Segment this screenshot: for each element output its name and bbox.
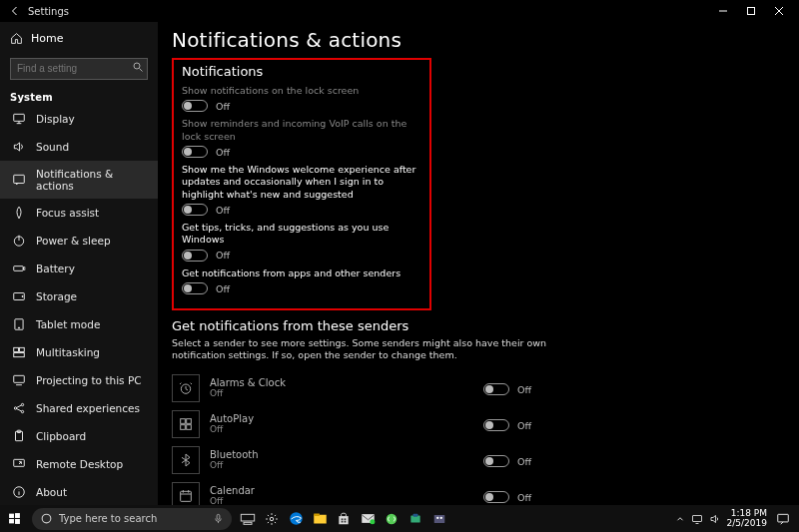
toggle[interactable] xyxy=(182,282,208,294)
setting-label: Show me the Windows welcome experience a… xyxy=(182,164,421,201)
sidebar-item-notifications[interactable]: Notifications & actions xyxy=(0,161,158,199)
tray-clock[interactable]: 1:18 PM 2/5/2019 xyxy=(727,509,767,529)
nav-label: Battery xyxy=(36,263,75,274)
senders-help: Select a sender to see more settings. So… xyxy=(172,337,551,362)
nav-label: Remote Desktop xyxy=(36,458,123,470)
sidebar-item-multitask[interactable]: Multitasking xyxy=(0,338,158,366)
svg-rect-43 xyxy=(342,518,344,520)
toggle[interactable] xyxy=(182,100,208,112)
storage-icon xyxy=(12,289,26,303)
search-input[interactable] xyxy=(10,58,148,80)
app-icon-1[interactable] xyxy=(380,505,403,532)
tray-chevron-icon[interactable] xyxy=(675,514,685,524)
remote-icon xyxy=(12,457,26,471)
search-icon xyxy=(132,61,144,73)
sidebar-item-sound[interactable]: Sound xyxy=(0,133,158,161)
action-center-icon[interactable] xyxy=(773,509,793,529)
nav-label: Display xyxy=(36,113,75,125)
svg-point-53 xyxy=(436,516,438,518)
setting-label: Get notifications from apps and other se… xyxy=(182,267,421,279)
search-placeholder: Type here to search xyxy=(59,513,157,524)
svg-point-9 xyxy=(22,295,23,296)
setting-welcome: Show me the Windows welcome experience a… xyxy=(182,164,421,216)
toggle[interactable] xyxy=(182,204,208,216)
app-icon-2[interactable] xyxy=(403,505,427,532)
edge-icon[interactable] xyxy=(284,505,308,532)
sidebar-item-focus-assist[interactable]: Focus assist xyxy=(0,199,158,227)
nav-label: Clipboard xyxy=(36,430,86,442)
toggle[interactable] xyxy=(182,146,208,158)
explorer-icon[interactable] xyxy=(308,505,332,532)
senders-section: Get notifications from these senders Sel… xyxy=(172,318,551,505)
senders-heading: Get notifications from these senders xyxy=(172,318,551,333)
taskbar-search[interactable]: Type here to search xyxy=(32,508,232,530)
start-button[interactable] xyxy=(0,505,28,532)
notifications-icon xyxy=(12,173,26,187)
app-icon-3[interactable] xyxy=(427,505,451,532)
svg-rect-6 xyxy=(14,266,23,270)
store-icon[interactable] xyxy=(332,505,356,532)
home-button[interactable]: Home xyxy=(0,26,158,51)
nav-label: Multitasking xyxy=(36,346,100,358)
minimize-button[interactable] xyxy=(709,1,737,21)
toggle[interactable] xyxy=(182,250,208,262)
nav-label: Storage xyxy=(36,290,77,302)
display-icon xyxy=(12,112,26,126)
sender-status: Off xyxy=(210,460,259,470)
mail-icon[interactable] xyxy=(356,505,380,532)
sender-calendar[interactable]: CalendarOff Off xyxy=(172,478,551,505)
sidebar-item-storage[interactable]: Storage xyxy=(0,282,158,310)
setting-tips: Get tips, tricks, and suggestions as you… xyxy=(182,222,421,262)
svg-rect-56 xyxy=(778,514,789,522)
nav-label: Tablet mode xyxy=(36,318,100,330)
tray-date: 2/5/2019 xyxy=(727,519,767,529)
svg-rect-44 xyxy=(345,518,347,520)
svg-point-48 xyxy=(370,519,375,524)
sidebar-item-shared[interactable]: Shared experiences xyxy=(0,394,158,422)
calendar-icon xyxy=(172,482,200,505)
close-button[interactable] xyxy=(765,1,793,21)
sender-alarms[interactable]: Alarms & ClockOff Off xyxy=(172,370,551,406)
sidebar-item-projecting[interactable]: Projecting to this PC xyxy=(0,366,158,394)
nav-label: Notifications & actions xyxy=(36,168,148,192)
tray-volume-icon[interactable] xyxy=(709,513,721,525)
sidebar-item-clipboard[interactable]: Clipboard xyxy=(0,422,158,450)
svg-rect-13 xyxy=(20,347,25,351)
svg-rect-28 xyxy=(181,491,192,501)
toggle[interactable] xyxy=(483,455,509,467)
svg-rect-26 xyxy=(181,424,186,429)
sidebar-item-display[interactable]: Display xyxy=(0,105,158,133)
svg-point-16 xyxy=(14,406,16,408)
sender-bluetooth[interactable]: BluetoothOff Off xyxy=(172,442,551,478)
sidebar-item-battery[interactable]: Battery xyxy=(0,255,158,282)
svg-rect-27 xyxy=(187,424,192,429)
svg-rect-15 xyxy=(14,375,25,382)
settings-task-icon[interactable] xyxy=(260,505,284,532)
toggle[interactable] xyxy=(483,491,509,503)
toggle-state: Off xyxy=(517,492,531,503)
back-button[interactable] xyxy=(6,2,24,20)
nav-label: Shared experiences xyxy=(36,402,140,414)
sidebar-item-power[interactable]: Power & sleep xyxy=(0,227,158,255)
mic-icon[interactable] xyxy=(213,513,224,524)
svg-point-54 xyxy=(440,516,442,518)
sidebar-item-tablet[interactable]: Tablet mode xyxy=(0,310,158,338)
autoplay-icon xyxy=(172,410,200,438)
svg-rect-4 xyxy=(14,175,25,183)
toggle[interactable] xyxy=(483,419,509,431)
sidebar-item-about[interactable]: About xyxy=(0,478,158,506)
svg-rect-35 xyxy=(217,514,220,519)
toggle-state: Off xyxy=(216,283,230,294)
svg-rect-12 xyxy=(14,347,19,351)
toggle[interactable] xyxy=(483,383,509,395)
svg-rect-1 xyxy=(748,8,755,15)
home-icon xyxy=(10,32,23,45)
svg-point-34 xyxy=(42,514,51,523)
bluetooth-icon xyxy=(172,446,200,474)
maximize-button[interactable] xyxy=(737,1,765,21)
taskview-icon[interactable] xyxy=(236,505,260,532)
tray-network-icon[interactable] xyxy=(691,513,703,525)
sender-autoplay[interactable]: AutoPlayOff Off xyxy=(172,406,551,442)
sidebar-item-remote[interactable]: Remote Desktop xyxy=(0,450,158,478)
tablet-icon xyxy=(12,317,26,331)
